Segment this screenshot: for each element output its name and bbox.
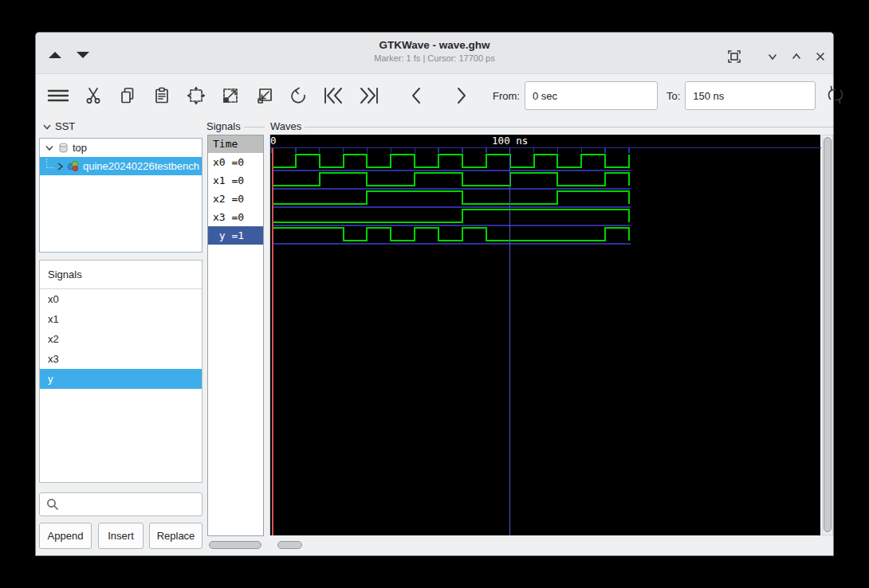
- waveform-y: [272, 228, 629, 241]
- wave-name-row[interactable]: y =1: [208, 226, 263, 245]
- database-cylinder-icon: [57, 142, 69, 154]
- signal-list-item-x1[interactable]: x1: [40, 309, 202, 329]
- from-label: From:: [493, 90, 520, 102]
- zoom-in-icon[interactable]: [219, 84, 242, 108]
- waveform-x2: [272, 191, 629, 204]
- sst-label: SST: [55, 120, 75, 132]
- timeline-label: 100 ns: [492, 135, 528, 147]
- wave-name-row[interactable]: x2 =0: [208, 190, 263, 208]
- toolbar: From: To:: [36, 74, 833, 117]
- paste-icon[interactable]: [151, 84, 173, 108]
- signal-list-header: Signals: [40, 261, 202, 289]
- wave-horizontal-scrollbar[interactable]: [269, 540, 820, 550]
- tree-item-label: top: [73, 142, 87, 154]
- signal-list-panel: Signals x0x1x2x3y: [39, 260, 203, 483]
- menu-icon[interactable]: [45, 84, 71, 108]
- signal-list-item-x2[interactable]: x2: [40, 329, 202, 349]
- signal-list-item-x3[interactable]: x3: [40, 349, 202, 369]
- timeline-label: 0: [270, 135, 277, 147]
- scrollbar-thumb[interactable]: [277, 541, 302, 549]
- gtkwave-window: GTKWave - wave.ghw Marker: 1 fs | Cursor…: [35, 32, 834, 556]
- wave-name-row[interactable]: x0 =0: [208, 153, 263, 171]
- zoom-fit-icon[interactable]: [185, 84, 207, 108]
- minimize-icon[interactable]: [763, 47, 782, 66]
- fullscreen-icon[interactable]: [725, 47, 744, 66]
- waveform-x3: [272, 210, 629, 222]
- jump-to-end-icon[interactable]: [356, 84, 379, 108]
- maximize-icon[interactable]: [787, 47, 806, 66]
- waveform-plot: 0100 ns: [270, 135, 821, 535]
- titlebar[interactable]: GTKWave - wave.ghw Marker: 1 fs | Cursor…: [36, 33, 833, 74]
- module-icon: [67, 160, 80, 172]
- to-label: To:: [666, 90, 680, 102]
- scrollbar-thumb[interactable]: [824, 137, 832, 532]
- expander-open-icon: [45, 143, 54, 153]
- wave-vertical-scrollbar[interactable]: [822, 135, 833, 535]
- signal-list-item-x0[interactable]: x0: [40, 289, 202, 309]
- waveform-x0: [272, 155, 629, 167]
- to-input[interactable]: [685, 81, 816, 110]
- wave-name-row[interactable]: x3 =0: [208, 208, 263, 226]
- reload-icon[interactable]: [824, 84, 847, 108]
- search-input[interactable]: [39, 492, 203, 516]
- replace-button[interactable]: Replace: [149, 523, 203, 549]
- copy-icon[interactable]: [116, 84, 139, 108]
- names-frame-label: Signals: [206, 120, 241, 132]
- window-title: GTKWave - wave.ghw: [36, 39, 833, 51]
- jump-to-start-icon[interactable]: [322, 84, 344, 108]
- marker-cursor-status: Marker: 1 fs | Cursor: 17700 ps: [36, 53, 833, 63]
- undo-icon[interactable]: [288, 84, 310, 108]
- wave-names-panel[interactable]: Time x0 =0x1 =0x2 =0x3 =0 y =1: [207, 135, 264, 536]
- zoom-out-icon[interactable]: [254, 84, 276, 108]
- insert-button[interactable]: Insert: [98, 523, 144, 549]
- from-input[interactable]: [525, 81, 658, 110]
- sst-header[interactable]: SST: [42, 120, 75, 132]
- close-icon[interactable]: [811, 47, 830, 66]
- waves-frame-header: Waves: [270, 120, 833, 132]
- tree-guide-line: [46, 159, 54, 168]
- magnifier-icon: [45, 497, 60, 512]
- sst-tree-item-top[interactable]: top: [40, 139, 202, 157]
- time-header[interactable]: Time: [208, 135, 263, 153]
- sst-tree-item-quine20240226testbench[interactable]: quine20240226testbench: [40, 157, 202, 175]
- wave-name-row[interactable]: x1 =0: [208, 171, 263, 190]
- scrollbar-thumb[interactable]: [209, 541, 261, 549]
- step-right-icon[interactable]: [450, 84, 473, 108]
- step-left-icon[interactable]: [405, 84, 427, 108]
- sst-tree[interactable]: topquine20240226testbench: [39, 138, 203, 253]
- signal-list-item-y[interactable]: y: [40, 369, 202, 389]
- signal-list[interactable]: x0x1x2x3y: [40, 289, 202, 389]
- names-horizontal-scrollbar[interactable]: [207, 540, 264, 550]
- waves-frame-label: Waves: [270, 120, 301, 132]
- append-button[interactable]: Append: [39, 523, 92, 549]
- wave-canvas[interactable]: 0100 ns: [269, 135, 820, 535]
- names-frame-header: Signals: [206, 120, 265, 132]
- tree-item-label: quine20240226testbench: [83, 160, 199, 172]
- cut-icon[interactable]: [82, 84, 104, 108]
- chevron-down-icon: [42, 122, 52, 131]
- waveform-x1: [272, 173, 629, 186]
- expander-closed-icon: [56, 162, 65, 171]
